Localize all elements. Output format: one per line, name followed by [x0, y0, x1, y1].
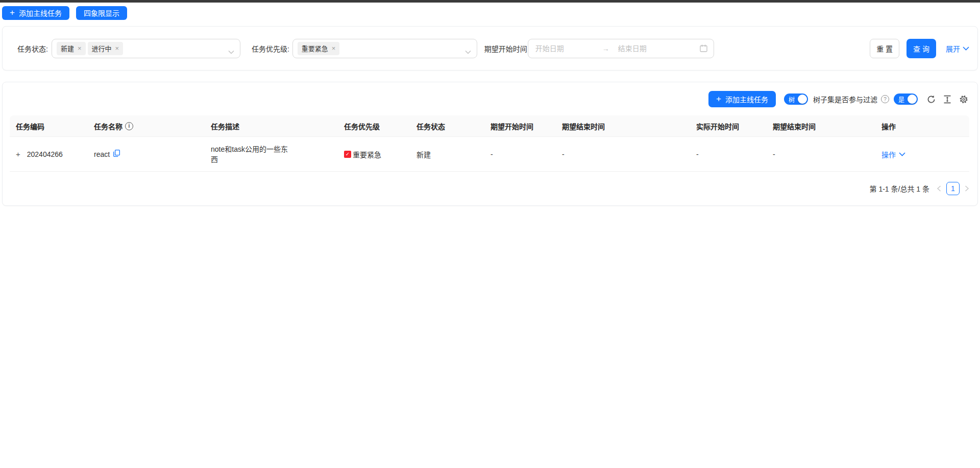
range-arrow-icon: → [595, 44, 617, 53]
close-icon[interactable]: × [332, 45, 336, 52]
copy-icon[interactable] [113, 150, 120, 157]
pagination-summary: 第 1-1 条/总共 1 条 [870, 183, 929, 194]
priority-check-icon: ✓ [344, 151, 351, 158]
status-tag-inprogress: 进行中 × [88, 42, 124, 55]
next-page-icon[interactable] [965, 185, 969, 192]
cell-task-priority: ✓ 重要紧急 [338, 137, 410, 172]
reset-label: 重 置 [876, 45, 893, 53]
start-date-input[interactable] [534, 44, 595, 53]
date-range-picker[interactable]: → [528, 39, 714, 58]
header-task-priority: 任务优先级 [338, 115, 410, 137]
close-icon[interactable]: × [78, 45, 82, 52]
reset-button[interactable]: 重 置 [870, 39, 899, 58]
header-actions: 操作 [875, 115, 969, 137]
tree-filter-switch[interactable]: 是 [894, 93, 918, 105]
tree-mode-switch[interactable]: 树 [784, 93, 808, 105]
cell-task-name: react [88, 137, 205, 172]
date-filter-label: 期望开始时间 [484, 43, 527, 54]
task-table: 任务编码 任务名称 i 任务描述 任务优先级 任务状态 期望开始时间 期望结束时… [10, 115, 969, 172]
status-select[interactable]: 新建 × 进行中 × [52, 39, 240, 58]
refresh-icon[interactable] [926, 95, 936, 104]
status-tag-new-label: 新建 [61, 43, 74, 53]
calendar-icon[interactable] [700, 44, 707, 52]
add-main-task-button-table[interactable]: + 添加主线任务 [708, 91, 776, 107]
row-height-icon[interactable] [943, 95, 952, 104]
expected-end-2-value: - [773, 150, 775, 158]
row-action-dropdown[interactable]: 操作 [881, 149, 905, 159]
header-expected-start: 期望开始时间 [484, 115, 556, 137]
chevron-down-icon [899, 152, 905, 156]
row-action-label: 操作 [881, 149, 896, 159]
expected-start-value: - [491, 150, 493, 158]
cell-task-status: 新建 [410, 137, 484, 172]
switch-knob [908, 95, 917, 104]
expand-row-icon[interactable]: + [16, 150, 20, 158]
expand-filters-link[interactable]: 展开 [946, 43, 969, 54]
header-actual-start: 实际开始时间 [690, 115, 767, 137]
priority-tag-urgent: 重要紧急 × [298, 42, 340, 55]
task-status-value: 新建 [416, 151, 431, 159]
expand-label: 展开 [946, 43, 960, 54]
end-date-input[interactable] [617, 44, 677, 53]
header-task-name-label: 任务名称 [94, 121, 122, 131]
chevron-down-icon [963, 46, 969, 51]
add-main-task-label: 添加主线任务 [725, 94, 768, 104]
close-icon[interactable]: × [115, 45, 119, 52]
add-main-task-button-top[interactable]: + 添加主线任务 [2, 6, 69, 20]
status-tag-new: 新建 × [57, 42, 86, 55]
cell-expected-end: - [556, 137, 690, 172]
cell-expected-end-2: - [767, 137, 875, 172]
status-tag-inprogress-label: 进行中 [92, 43, 112, 53]
quadrant-display-label: 四象限显示 [84, 8, 119, 18]
header-expected-end-2: 期望结束时间 [767, 115, 875, 137]
filter-row: 任务状态: 新建 × 进行中 × 任务优先级: 重要紧急 × 期望开 [3, 27, 977, 70]
info-circle-icon[interactable]: i [125, 122, 133, 130]
page-number-button[interactable]: 1 [946, 182, 960, 195]
pagination: 第 1-1 条/总共 1 条 1 [870, 181, 969, 196]
query-button[interactable]: 查 询 [906, 39, 936, 58]
priority-select[interactable]: 重要紧急 × [292, 39, 477, 58]
question-circle-icon[interactable]: ? [881, 95, 889, 103]
cell-expected-start: - [484, 137, 556, 172]
table-toolbar: + 添加主线任务 树 树子集是否参与过滤 ? 是 [708, 91, 968, 107]
priority-filter-label: 任务优先级: [252, 43, 289, 54]
header-expected-end: 期望结束时间 [556, 115, 690, 137]
yes-switch-label: 是 [898, 95, 904, 104]
status-filter-label: 任务状态: [17, 43, 48, 54]
task-description-value: note和task公用的一些东西 [211, 144, 291, 165]
filter-card: 任务状态: 新建 × 进行中 × 任务优先级: 重要紧急 × 期望开 [2, 26, 978, 71]
settings-gear-icon[interactable] [959, 95, 968, 104]
table-row: + 202404266 react note和task公用的一些东西 [10, 137, 969, 172]
switch-knob [798, 95, 807, 104]
cell-actual-start: - [690, 137, 767, 172]
tree-filter-text: 树子集是否参与过滤 [813, 94, 877, 104]
header-task-status: 任务状态 [410, 115, 484, 137]
header-task-name: 任务名称 i [88, 115, 205, 137]
task-name-value: react [94, 150, 110, 158]
plus-icon: + [716, 95, 721, 103]
tree-switch-label: 树 [789, 95, 795, 104]
actual-start-value: - [696, 150, 699, 158]
add-main-task-label: 添加主线任务 [19, 8, 62, 18]
quadrant-display-button[interactable]: 四象限显示 [76, 6, 127, 20]
chevron-down-icon [228, 48, 234, 56]
cell-actions: 操作 [875, 137, 969, 172]
task-code-value: 202404266 [27, 150, 63, 158]
task-table-card: + 添加主线任务 树 树子集是否参与过滤 ? 是 [2, 82, 978, 206]
cell-task-description: note和task公用的一些东西 [205, 137, 338, 172]
priority-tag-urgent-label: 重要紧急 [302, 43, 328, 53]
table-header-row: 任务编码 任务名称 i 任务描述 任务优先级 任务状态 期望开始时间 期望结束时… [10, 115, 969, 137]
top-action-bar: + 添加主线任务 四象限显示 [0, 3, 980, 23]
plus-icon: + [10, 8, 15, 17]
task-priority-value: 重要紧急 [353, 149, 381, 159]
expected-end-value: - [562, 150, 565, 158]
chevron-down-icon [465, 48, 471, 56]
header-task-description: 任务描述 [205, 115, 338, 137]
cell-task-code: + 202404266 [10, 137, 88, 172]
prev-page-icon[interactable] [937, 185, 941, 192]
query-label: 查 询 [913, 45, 929, 53]
header-task-code: 任务编码 [10, 115, 88, 137]
